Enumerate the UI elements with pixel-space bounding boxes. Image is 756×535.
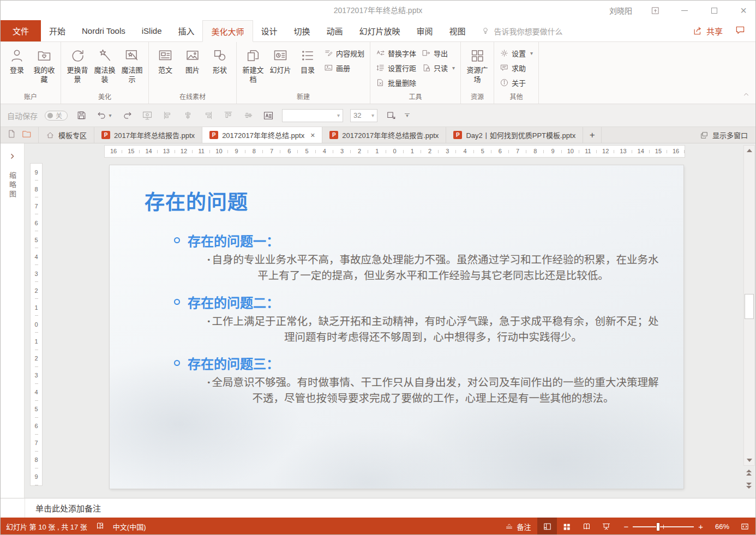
slide-title[interactable]: 存在的问题 xyxy=(145,186,248,215)
ribbon-tab[interactable]: 设计 xyxy=(253,20,286,41)
user-name[interactable]: 刘晓阳 xyxy=(609,5,632,16)
align-middle-button[interactable] xyxy=(242,109,255,123)
save-button[interactable] xyxy=(75,109,88,123)
document-tab[interactable]: P 2017年年终总结报告.pptx xyxy=(94,127,202,143)
font-size-combobox[interactable]: 32 xyxy=(350,109,377,122)
bullet-text[interactable]: 工作上满足于正常化，缺乏开拓和主动精神，有时心浮气躁，急于求成平稳有余，创新不足… xyxy=(206,314,661,345)
notes-pane[interactable]: 单击此处添加备注 xyxy=(1,498,755,518)
ribbon-tab[interactable]: 视图 xyxy=(441,20,474,41)
share-button[interactable]: 共享 xyxy=(693,25,723,37)
slide-number-indicator[interactable]: 幻灯片 第 10 张 , 共 17 张 xyxy=(6,521,87,532)
help-button[interactable]: 求助 xyxy=(497,61,536,75)
align-top-button[interactable] xyxy=(221,109,235,123)
redo-button[interactable] xyxy=(121,109,134,123)
magic-diagram-button[interactable]: 魔法图示 xyxy=(118,44,146,85)
readonly-button[interactable]: 只读 xyxy=(419,61,458,75)
spellcheck-button[interactable] xyxy=(95,521,105,532)
close-button[interactable] xyxy=(737,4,750,17)
next-slide-button[interactable] xyxy=(746,483,752,489)
zoom-in-button[interactable] xyxy=(698,522,703,531)
settings-button[interactable]: 设置 xyxy=(497,46,536,61)
magic-dress-button[interactable]: 魔法换装 xyxy=(91,44,118,85)
zoom-out-button[interactable] xyxy=(623,522,628,531)
new-file-button[interactable] xyxy=(7,129,16,141)
scrollbar-thumb[interactable] xyxy=(745,294,754,319)
change-background-button[interactable]: 更换背景 xyxy=(64,44,91,85)
new-document-button[interactable]: 新建文档 xyxy=(239,44,267,85)
text-box-button[interactable] xyxy=(262,109,275,123)
ribbon-tab[interactable]: 审阅 xyxy=(409,20,441,41)
scroll-down-button[interactable] xyxy=(744,455,754,465)
resource-plaza-button[interactable]: 资源广场 xyxy=(464,44,491,85)
ribbon-tab[interactable]: 开始 xyxy=(41,20,74,41)
normal-view-button[interactable] xyxy=(537,518,557,535)
expand-panel-button[interactable] xyxy=(9,152,16,162)
thumbnails-label[interactable]: 缩略图 xyxy=(7,172,17,200)
align-left-button[interactable] xyxy=(161,109,174,123)
batch-delete-button[interactable]: 批量删除 xyxy=(373,75,419,90)
document-tab[interactable]: P 模板专区 xyxy=(38,127,94,143)
close-tab-icon[interactable] xyxy=(310,131,315,140)
reading-view-button[interactable] xyxy=(577,518,596,535)
language-indicator[interactable]: 中文(中国) xyxy=(113,521,146,532)
bullet-text[interactable]: 自身的专业业务水平不高，事故应急处理能力不强。虽然通过学习和工作经验的积累，在业… xyxy=(206,252,661,284)
slide-body-textbox[interactable]: 存在的问题一： 自身的专业业务水平不高，事故应急处理能力不强。虽然通过学习和工作… xyxy=(142,222,664,411)
content-plan-button[interactable]: 内容规划 xyxy=(321,46,367,61)
document-tab[interactable]: P 20172017年年终总结报告.pptx xyxy=(322,127,446,143)
line-spacing-button[interactable]: 设置行距 xyxy=(373,61,419,75)
slide-sorter-view-button[interactable] xyxy=(557,518,577,535)
autosave-toggle[interactable]: 关 xyxy=(45,111,68,121)
bullet-heading[interactable]: 存在的问题二： xyxy=(174,292,664,311)
ribbon-tab[interactable]: 切换 xyxy=(286,20,319,41)
slide-canvas[interactable]: 存在的问题 存在的问题一： 自身的专业业务水平不高，事故应急处理能力不强。虽然通… xyxy=(110,165,683,489)
ribbon-tab[interactable]: 幻灯片放映 xyxy=(351,20,409,41)
undo-button[interactable] xyxy=(95,109,113,123)
show-multiple-windows-button[interactable]: 显示多窗口 xyxy=(700,127,755,143)
zoom-level[interactable]: 66% xyxy=(707,522,729,531)
fit-slide-to-window-button[interactable] xyxy=(735,518,754,535)
export-button[interactable]: 导出 xyxy=(419,46,458,61)
align-right-button[interactable] xyxy=(201,109,214,123)
tell-me-box[interactable]: 告诉我你想要做什么 xyxy=(474,20,569,41)
maximize-button[interactable] xyxy=(707,4,721,17)
font-name-combobox[interactable] xyxy=(282,109,343,122)
minimize-button[interactable] xyxy=(678,4,691,17)
document-tab[interactable]: P 20172017年年终总结.pptx xyxy=(202,127,322,143)
notes-placeholder[interactable]: 单击此处添加备注 xyxy=(35,502,101,514)
slideshow-from-current-button[interactable] xyxy=(141,109,154,123)
zoom-slider-handle[interactable] xyxy=(656,522,660,531)
new-slide-button[interactable]: 幻灯片 xyxy=(267,44,294,75)
toggle-notes-button[interactable]: 备注 xyxy=(499,518,537,535)
document-tab[interactable]: P Day2丨如何找到优质PPT模板.pptx xyxy=(446,127,583,143)
open-folder-button[interactable] xyxy=(22,129,32,141)
collapse-ribbon-button[interactable] xyxy=(742,91,750,100)
online-picture-button[interactable]: 图片 xyxy=(179,44,206,75)
add-tab-button[interactable] xyxy=(583,127,602,143)
zoom-slider[interactable] xyxy=(633,526,694,527)
comments-button[interactable] xyxy=(735,25,746,38)
previous-slide-button[interactable] xyxy=(746,470,752,476)
tab-file[interactable]: 文件 xyxy=(1,20,41,41)
scroll-up-button[interactable] xyxy=(744,146,754,155)
sample-document-button[interactable]: 范文 xyxy=(152,44,179,75)
login-button[interactable]: 登录 xyxy=(3,44,31,75)
ribbon-tab[interactable]: Nordri Tools xyxy=(74,20,134,41)
my-favorites-button[interactable]: 我的收藏 xyxy=(31,44,58,85)
ribbon-tab[interactable]: 插入 xyxy=(170,20,202,41)
insert-object-button[interactable] xyxy=(385,109,398,123)
bullet-text[interactable]: 全局意识不够强。有时做事情、干工作只从自身出发，对公司及车间作出的一些的重大决策… xyxy=(206,375,661,406)
ribbon-tab[interactable]: 动画 xyxy=(319,20,351,41)
qat-overflow-button[interactable] xyxy=(405,113,410,117)
album-button[interactable]: 画册 xyxy=(321,61,367,75)
slideshow-view-button[interactable] xyxy=(596,518,616,535)
about-button[interactable]: 关于 xyxy=(497,75,536,90)
ribbon-tab[interactable]: 美化大师 xyxy=(202,20,253,42)
vertical-scrollbar[interactable] xyxy=(743,145,755,466)
bullet-heading[interactable]: 存在的问题一： xyxy=(174,231,664,250)
replace-font-button[interactable]: 替换字体 xyxy=(373,46,419,61)
toc-button[interactable]: 目录 xyxy=(294,44,321,75)
online-shape-button[interactable]: 形状 xyxy=(206,44,233,75)
ribbon-display-options-button[interactable] xyxy=(649,4,662,17)
bullet-heading[interactable]: 存在的问题三： xyxy=(174,353,664,372)
align-center-button[interactable] xyxy=(181,109,194,123)
